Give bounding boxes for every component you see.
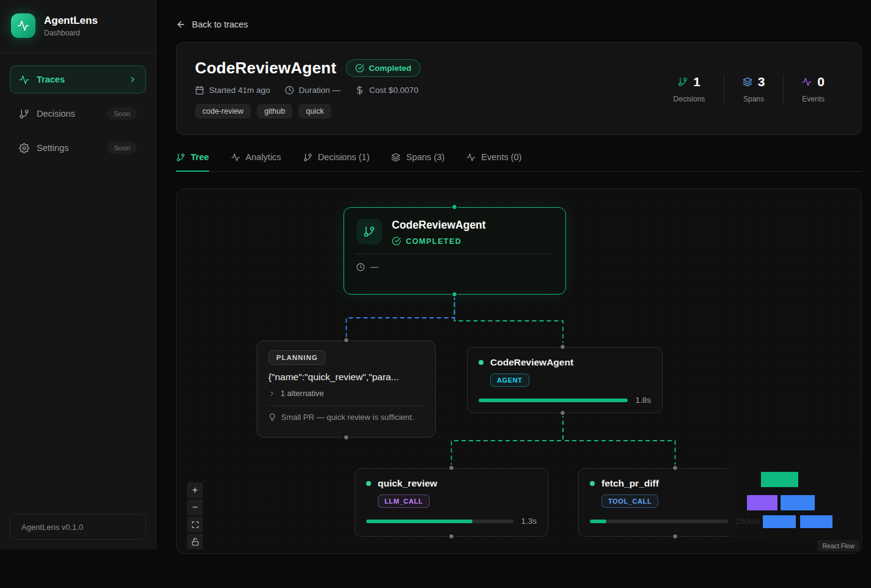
edge-root-to-agent: [455, 296, 564, 343]
started-meta: Started 41m ago: [195, 86, 270, 95]
layers-icon: [743, 77, 752, 87]
handle-tool-bottom: [673, 534, 677, 538]
stats-panel: 1 Decisions 3 Spans 0 Events: [655, 75, 843, 103]
flow-minimap[interactable]: [729, 455, 862, 543]
activity-icon: [231, 153, 240, 162]
soon-badge: Soon: [107, 142, 137, 154]
react-flow-attribution[interactable]: React Flow: [817, 540, 859, 551]
zoom-in-button[interactable]: +: [187, 482, 203, 498]
flow-node-llm-span[interactable]: quick_review LLM_CALL 1.3s: [355, 468, 548, 537]
git-branch-icon: [303, 153, 312, 162]
decision-type-badge: PLANNING: [268, 350, 326, 365]
flow-node-root[interactable]: CodeReviewAgent COMPLETED —: [344, 207, 566, 295]
flow-node-agent-span[interactable]: CodeReviewAgent AGENT 1.8s: [467, 347, 663, 413]
started-label: Started 41m ago: [209, 86, 270, 95]
edge-agent-to-tool: [563, 413, 675, 465]
version-label: AgentLens v0.1.0: [21, 523, 83, 532]
tab-decisions[interactable]: Decisions (1): [303, 152, 370, 172]
span-title: quick_review: [378, 478, 437, 489]
sidebar-item-settings[interactable]: Settings Soon: [10, 134, 146, 162]
tab-analytics[interactable]: Analytics: [231, 152, 281, 172]
clock-icon: [356, 263, 365, 271]
status-dot: [366, 481, 371, 486]
duration-bar: [590, 520, 728, 523]
cost-label: Cost $0.0070: [369, 86, 418, 95]
stat-spans: 3 Spans: [724, 75, 784, 103]
root-node-duration: —: [370, 262, 378, 271]
fit-view-button[interactable]: [187, 516, 203, 532]
edge-root-to-decision: [347, 295, 455, 338]
tab-events[interactable]: Events (0): [466, 152, 521, 172]
back-to-traces-link[interactable]: Back to traces: [176, 20, 248, 29]
sidebar-nav: Traces Decisions Soon Settings Soon: [0, 53, 156, 180]
sidebar-item-traces[interactable]: Traces: [10, 65, 146, 94]
tab-label: Tree: [191, 152, 209, 162]
sidebar-item-decisions[interactable]: Decisions Soon: [10, 100, 146, 128]
calendar-icon: [195, 86, 204, 95]
lock-toggle-button[interactable]: [187, 534, 203, 549]
status-badge: Completed: [346, 59, 421, 77]
status-dot: [590, 481, 595, 486]
stat-label: Decisions: [674, 95, 705, 103]
app-root: AgentLens Dashboard Traces Decisions Soo…: [0, 0, 871, 588]
git-branch-icon: [19, 109, 29, 119]
minimap-node-root: [761, 472, 798, 487]
flow-controls: + −: [187, 482, 203, 549]
gear-icon: [19, 143, 29, 153]
tag: code-review: [195, 104, 251, 119]
lightbulb-icon: [268, 413, 276, 421]
arrow-left-icon: [176, 20, 186, 29]
brand-name: AgentLens: [44, 15, 98, 27]
zoom-out-button[interactable]: −: [187, 499, 203, 515]
git-branch-icon: [678, 77, 688, 87]
tab-spans[interactable]: Spans (3): [391, 152, 444, 172]
stat-value: 1: [693, 75, 700, 89]
minimap-node-tool: [800, 515, 832, 528]
trace-meta: Started 41m ago Duration — Cost $0.0070: [195, 86, 421, 95]
handle-root-bottom: [452, 292, 457, 296]
version-footer: AgentLens v0.1.0: [10, 514, 146, 540]
status-label: Completed: [369, 64, 411, 73]
handle-tool-top: [673, 466, 677, 470]
back-label: Back to traces: [192, 20, 248, 29]
chevron-right-icon: [128, 75, 137, 84]
cost-meta: Cost $0.0070: [355, 86, 418, 95]
handle-agent-top: [560, 345, 565, 349]
git-branch-icon: [176, 153, 185, 162]
stat-value: 0: [817, 75, 825, 89]
root-node-title: CodeReviewAgent: [392, 219, 486, 232]
layers-icon: [391, 153, 400, 162]
tab-label: Events (0): [481, 152, 521, 162]
activity-icon: [802, 77, 812, 87]
tab-label: Spans (3): [406, 152, 444, 162]
minimap-node-agent: [781, 495, 815, 510]
span-duration: 1.8s: [635, 395, 651, 405]
duration-bar-fill: [590, 520, 606, 523]
brand: AgentLens Dashboard: [0, 0, 156, 53]
flow-canvas[interactable]: CodeReviewAgent COMPLETED — PLANNING {": [176, 188, 862, 554]
alternatives-toggle[interactable]: 1 alternative: [268, 389, 424, 398]
duration-bar: [479, 399, 628, 402]
duration-bar-fill: [366, 520, 472, 523]
status-dot: [479, 360, 483, 365]
duration-meta: Duration —: [285, 86, 340, 95]
tab-tree[interactable]: Tree: [176, 152, 209, 172]
main-content: Back to traces CodeReviewAgent Completed…: [156, 0, 871, 554]
handle-agent-bottom: [560, 411, 565, 415]
clock-icon: [285, 86, 294, 95]
page-title: CodeReviewAgent: [195, 59, 336, 78]
sidebar-item-label: Settings: [37, 143, 68, 153]
span-type-badge: AGENT: [490, 373, 529, 387]
sidebar-item-label: Traces: [37, 75, 65, 84]
decision-action-text: {"name":"quick_review","para...: [268, 372, 424, 383]
check-circle-icon: [392, 237, 401, 246]
soon-badge: Soon: [107, 108, 137, 120]
span-type-badge: LLM_CALL: [378, 494, 430, 508]
sidebar-item-label: Decisions: [37, 109, 75, 119]
check-circle-icon: [355, 64, 364, 73]
handle-decision-top: [344, 338, 348, 342]
duration-label: Duration —: [299, 86, 340, 95]
flow-node-decision[interactable]: PLANNING {"name":"quick_review","para...…: [257, 340, 436, 438]
tab-bar: Tree Analytics Decisions (1) Spans (3) E…: [176, 152, 862, 172]
dollar-icon: [355, 86, 364, 95]
